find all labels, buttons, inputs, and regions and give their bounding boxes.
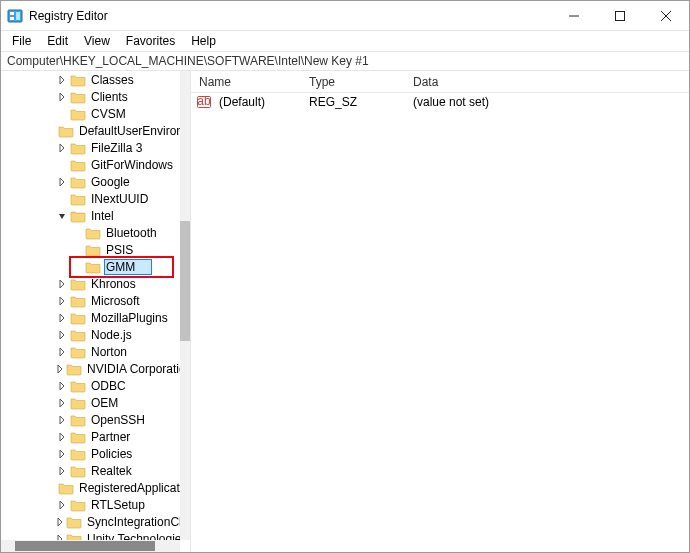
tree-item-label: Unity Technologies: [85, 532, 180, 541]
window-title: Registry Editor: [29, 9, 551, 23]
tree-item[interactable]: Unity Technologies: [1, 530, 180, 540]
expand-icon[interactable]: [56, 76, 68, 84]
folder-icon: [85, 243, 101, 257]
col-header-type[interactable]: Type: [301, 72, 405, 92]
tree-item[interactable]: OEM: [1, 394, 180, 411]
tree-item[interactable]: Google: [1, 173, 180, 190]
expand-icon[interactable]: [56, 433, 68, 441]
expand-icon[interactable]: [56, 348, 68, 356]
col-header-data[interactable]: Data: [405, 72, 689, 92]
tree-item-label: CVSM: [89, 107, 128, 121]
tree-item[interactable]: INextUUID: [1, 190, 180, 207]
tree-item-label: INextUUID: [89, 192, 150, 206]
annotation-highlight: [69, 256, 174, 278]
tree-item[interactable]: Norton: [1, 343, 180, 360]
tree-item[interactable]: Partner: [1, 428, 180, 445]
tree-item[interactable]: CVSM: [1, 105, 180, 122]
expand-icon[interactable]: [56, 382, 68, 390]
regedit-icon: [7, 8, 23, 24]
tree-item[interactable]: DefaultUserEnvironm: [1, 122, 180, 139]
menu-file[interactable]: File: [5, 32, 38, 50]
menu-favorites[interactable]: Favorites: [119, 32, 182, 50]
expand-icon[interactable]: [56, 280, 68, 288]
tree-item-label: Policies: [89, 447, 134, 461]
values-pane: Name Type Data ab(Default)REG_SZ(value n…: [191, 71, 689, 552]
tree-item-label: Intel: [89, 209, 116, 223]
menu-edit[interactable]: Edit: [40, 32, 75, 50]
tree-item[interactable]: Policies: [1, 445, 180, 462]
expand-icon[interactable]: [56, 331, 68, 339]
value-row[interactable]: ab(Default)REG_SZ(value not set): [191, 93, 689, 111]
tree-item[interactable]: GitForWindows: [1, 156, 180, 173]
col-header-name[interactable]: Name: [191, 72, 301, 92]
folder-icon: [70, 464, 86, 478]
expand-icon[interactable]: [56, 399, 68, 407]
folder-icon: [70, 192, 86, 206]
tree-item[interactable]: Node.js: [1, 326, 180, 343]
tree-item[interactable]: RegisteredApplication: [1, 479, 180, 496]
tree-item[interactable]: MozillaPlugins: [1, 309, 180, 326]
tree-item-label: Realtek: [89, 464, 134, 478]
tree-item-label: OpenSSH: [89, 413, 147, 427]
folder-icon: [70, 209, 86, 223]
expand-icon[interactable]: [56, 365, 64, 373]
folder-icon: [70, 345, 86, 359]
address-bar[interactable]: Computer\HKEY_LOCAL_MACHINE\SOFTWARE\Int…: [1, 51, 689, 71]
folder-icon: [70, 277, 86, 291]
folder-icon: [70, 294, 86, 308]
maximize-button[interactable]: [597, 1, 643, 31]
tree-item[interactable]: SyncIntegrationClient: [1, 513, 180, 530]
tree-item-label: OEM: [89, 396, 120, 410]
tree-item[interactable]: [1, 258, 180, 275]
folder-icon: [70, 73, 86, 87]
tree-item[interactable]: ODBC: [1, 377, 180, 394]
tree-item[interactable]: RTLSetup: [1, 496, 180, 513]
tree-item-label: DefaultUserEnvironm: [77, 124, 180, 138]
menu-view[interactable]: View: [77, 32, 117, 50]
expand-icon[interactable]: [56, 467, 68, 475]
tree-item[interactable]: OpenSSH: [1, 411, 180, 428]
svg-line-6: [661, 11, 671, 21]
tree-item[interactable]: Khronos: [1, 275, 180, 292]
tree-vscrollbar[interactable]: [180, 71, 190, 540]
close-button[interactable]: [643, 1, 689, 31]
folder-icon: [70, 328, 86, 342]
expand-icon[interactable]: [56, 144, 68, 152]
tree-vscroll-thumb[interactable]: [180, 221, 190, 341]
tree-item-label: FileZilla 3: [89, 141, 144, 155]
tree-item[interactable]: Classes: [1, 71, 180, 88]
tree-item[interactable]: Realtek: [1, 462, 180, 479]
menu-help[interactable]: Help: [184, 32, 223, 50]
tree-item[interactable]: Clients: [1, 88, 180, 105]
tree-item[interactable]: FileZilla 3: [1, 139, 180, 156]
expand-icon[interactable]: [56, 314, 68, 322]
string-value-icon: ab: [197, 95, 211, 109]
tree-item[interactable]: Intel: [1, 207, 180, 224]
tree-item-label: Norton: [89, 345, 129, 359]
folder-icon: [85, 226, 101, 240]
expand-icon[interactable]: [56, 178, 68, 186]
tree-item[interactable]: NVIDIA Corporation: [1, 360, 180, 377]
expand-icon[interactable]: [56, 518, 64, 526]
folder-icon: [58, 481, 74, 495]
expand-icon[interactable]: [56, 416, 68, 424]
tree-item-label: Partner: [89, 430, 132, 444]
expand-icon[interactable]: [56, 450, 68, 458]
tree-hscroll-thumb[interactable]: [15, 541, 155, 551]
expand-icon[interactable]: [56, 501, 68, 509]
expand-icon[interactable]: [56, 93, 68, 101]
collapse-icon[interactable]: [56, 212, 68, 220]
svg-rect-5: [616, 11, 625, 20]
folder-icon: [58, 124, 74, 138]
folder-icon: [70, 430, 86, 444]
tree-item-label: Bluetooth: [104, 226, 159, 240]
folder-icon: [70, 141, 86, 155]
tree-item[interactable]: Microsoft: [1, 292, 180, 309]
tree-item-label: RegisteredApplication: [77, 481, 180, 495]
rename-input[interactable]: [104, 259, 152, 275]
tree-item[interactable]: Bluetooth: [1, 224, 180, 241]
minimize-button[interactable]: [551, 1, 597, 31]
folder-icon: [66, 532, 82, 541]
tree-hscrollbar[interactable]: [1, 540, 180, 552]
expand-icon[interactable]: [56, 297, 68, 305]
